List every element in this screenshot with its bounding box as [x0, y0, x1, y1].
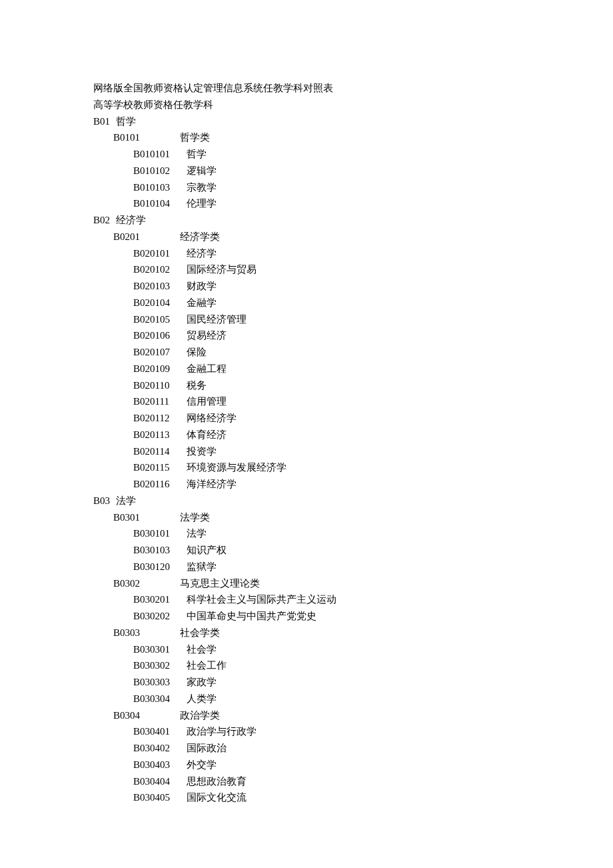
item-code: B020114 — [133, 443, 187, 460]
item-name: 国民经济管理 — [187, 314, 247, 325]
item-name: 社会学 — [187, 644, 217, 655]
item-name: 外交学 — [187, 759, 217, 770]
item-code: B030303 — [133, 674, 187, 691]
item-code: B010104 — [133, 195, 187, 212]
item-name: 哲学 — [187, 149, 207, 159]
item-code: B020116 — [133, 476, 187, 493]
subcategory-line: B0302马克思主义理论类 — [93, 575, 613, 592]
item-code: B010102 — [133, 163, 187, 179]
item-line: B020102国际经济与贸易 — [93, 261, 613, 278]
item-line: B030404思想政治教育 — [93, 773, 613, 790]
item-code: B020105 — [133, 311, 187, 328]
category-code: B03 — [93, 493, 116, 509]
item-line: B030301社会学 — [93, 641, 613, 658]
item-line: B020115环境资源与发展经济学 — [93, 459, 613, 476]
item-name: 投资学 — [187, 446, 217, 457]
title-line: 网络版全国教师资格认定管理信息系统任教学科对照表 — [93, 80, 613, 97]
item-line: B020109金融工程 — [93, 361, 613, 377]
item-name: 政治学与行政学 — [187, 726, 257, 737]
item-line: B030402国际政治 — [93, 740, 613, 757]
item-line: B030304人类学 — [93, 691, 613, 707]
item-line: B030401政治学与行政学 — [93, 723, 613, 740]
item-name: 法学 — [187, 528, 207, 539]
item-line: B010102逻辑学 — [93, 163, 613, 179]
item-line: B020103财政学 — [93, 278, 613, 295]
subcategory-name: 马克思主义理论类 — [180, 578, 260, 589]
item-code: B030404 — [133, 773, 187, 790]
item-code: B020112 — [133, 410, 187, 427]
subcategory-line: B0201经济学类 — [93, 229, 613, 245]
doc-title: 网络版全国教师资格认定管理信息系统任教学科对照表 — [93, 83, 333, 93]
item-line: B020107保险 — [93, 344, 613, 361]
item-line: B020111信用管理 — [93, 393, 613, 410]
item-name: 财政学 — [187, 281, 217, 291]
item-code: B030202 — [133, 608, 187, 625]
item-name: 金融学 — [187, 297, 217, 308]
item-code: B030405 — [133, 789, 187, 806]
item-code: B020106 — [133, 327, 187, 344]
item-name: 监狱学 — [187, 561, 217, 572]
item-line: B030103知识产权 — [93, 542, 613, 559]
item-name: 税务 — [187, 380, 207, 391]
item-code: B030304 — [133, 691, 187, 707]
category-line: B03法学 — [93, 493, 613, 509]
item-code: B020115 — [133, 459, 187, 476]
item-code: B030101 — [133, 525, 187, 542]
category-code: B01 — [93, 113, 116, 130]
subcategory-name: 社会学类 — [180, 627, 220, 638]
item-line: B030120监狱学 — [93, 559, 613, 575]
item-name: 环境资源与发展经济学 — [187, 462, 287, 473]
item-code: B020102 — [133, 261, 187, 278]
item-name: 中国革命史与中国共产党党史 — [187, 611, 316, 621]
item-line: B030202中国革命史与中国共产党党史 — [93, 608, 613, 625]
item-name: 金融工程 — [187, 363, 227, 374]
item-line: B010104伦理学 — [93, 195, 613, 212]
item-code: B020101 — [133, 245, 187, 262]
subcategory-line: B0101哲学类 — [93, 129, 613, 146]
item-name: 宗教学 — [187, 182, 217, 193]
item-code: B010101 — [133, 146, 187, 163]
item-code: B030201 — [133, 591, 187, 608]
item-line: B020105国民经济管理 — [93, 311, 613, 328]
subcategory-code: B0101 — [113, 129, 180, 146]
item-code: B030120 — [133, 559, 187, 575]
item-line: B020113体育经济 — [93, 427, 613, 443]
doc-subtitle: 高等学校教师资格任教学科 — [93, 99, 213, 110]
item-name: 逻辑学 — [187, 165, 217, 176]
item-code: B030302 — [133, 657, 187, 674]
subcategory-name: 法学类 — [180, 512, 210, 523]
item-line: B020104金融学 — [93, 295, 613, 311]
item-code: B010103 — [133, 179, 187, 196]
item-name: 家政学 — [187, 677, 217, 687]
item-line: B020110税务 — [93, 377, 613, 394]
category-line: B01哲学 — [93, 113, 613, 130]
item-line: B030201科学社会主义与国际共产主义运动 — [93, 591, 613, 608]
category-name: 法学 — [116, 495, 136, 506]
item-code: B020107 — [133, 344, 187, 361]
item-line: B030403外交学 — [93, 757, 613, 773]
item-code: B020104 — [133, 295, 187, 311]
item-name: 保险 — [187, 347, 207, 357]
item-name: 国际文化交流 — [187, 792, 247, 803]
subcategory-code: B0303 — [113, 625, 180, 641]
category-name: 经济学 — [116, 215, 146, 225]
item-code: B030403 — [133, 757, 187, 773]
item-line: B010103宗教学 — [93, 179, 613, 196]
subcategory-code: B0304 — [113, 707, 180, 724]
item-name: 社会工作 — [187, 660, 227, 671]
item-name: 国际政治 — [187, 743, 227, 753]
subcategory-line: B0303社会学类 — [93, 625, 613, 641]
item-name: 科学社会主义与国际共产主义运动 — [187, 594, 336, 605]
item-name: 国际经济与贸易 — [187, 264, 257, 275]
item-name: 人类学 — [187, 693, 217, 704]
subcategory-code: B0201 — [113, 229, 180, 245]
item-code: B030401 — [133, 723, 187, 740]
item-name: 知识产权 — [187, 545, 227, 555]
item-code: B030402 — [133, 740, 187, 757]
item-line: B030101法学 — [93, 525, 613, 542]
item-code: B020113 — [133, 427, 187, 443]
item-name: 体育经济 — [187, 429, 227, 440]
subcategory-name: 政治学类 — [180, 710, 220, 721]
item-code: B020109 — [133, 361, 187, 377]
item-name: 经济学 — [187, 248, 217, 259]
